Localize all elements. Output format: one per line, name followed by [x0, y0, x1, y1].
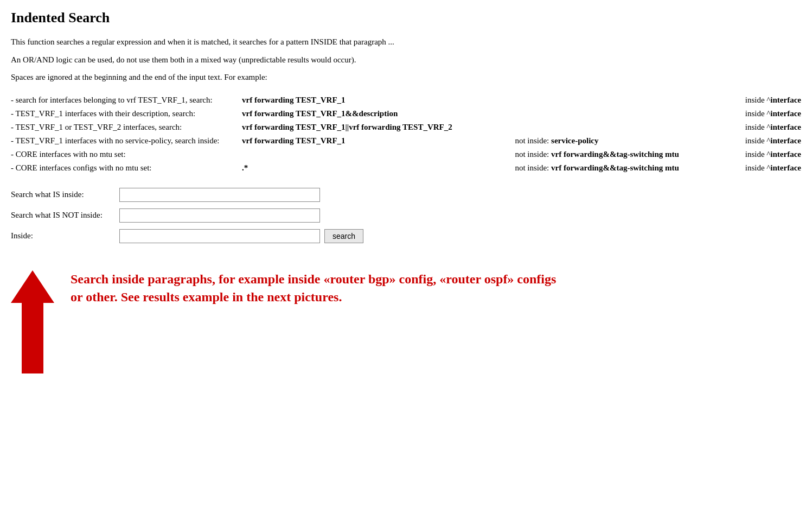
search-not-inside-input[interactable]	[119, 208, 320, 223]
description-1: This function searches a regular express…	[11, 36, 801, 48]
example-label: - TEST_VRF_1 interfaces with no service-…	[11, 134, 239, 148]
example-not-inside	[512, 121, 726, 134]
search-is-inside-row: Search what IS inside:	[11, 188, 801, 202]
bottom-section: Search inside paragraphs, for example in…	[11, 265, 801, 373]
example-search	[239, 148, 512, 161]
example-label: - CORE interfaces with no mtu set:	[11, 148, 239, 161]
example-inside: inside ^interface	[726, 134, 801, 148]
description-3: Spaces are ignored at the beginning and …	[11, 71, 801, 84]
example-inside: inside ^interface	[726, 107, 801, 121]
example-label: - search for interfaces belonging to vrf…	[11, 93, 239, 107]
example-inside: inside ^interface	[726, 161, 801, 175]
example-search: vrf forwarding TEST_VRF_1&&description	[239, 107, 512, 121]
arrow-up-container	[11, 265, 54, 373]
example-search: vrf forwarding TEST_VRF_1	[239, 134, 512, 148]
example-inside: inside ^interface	[726, 121, 801, 134]
table-row: - TEST_VRF_1 interfaces with no service-…	[11, 134, 801, 148]
example-label: - TEST_VRF_1 interfaces with their descr…	[11, 107, 239, 121]
example-label: - CORE interfaces configs with no mtu se…	[11, 161, 239, 175]
example-inside: inside ^interface	[726, 148, 801, 161]
example-not-inside	[512, 93, 726, 107]
form-section: Search what IS inside: Search what IS NO…	[11, 188, 801, 243]
table-row: - TEST_VRF_1 or TEST_VRF_2 interfaces, s…	[11, 121, 801, 134]
example-not-inside	[512, 107, 726, 121]
table-row: - TEST_VRF_1 interfaces with their descr…	[11, 107, 801, 121]
search-not-inside-row: Search what IS NOT inside:	[11, 208, 801, 223]
description-2: An OR/AND logic can be used, do not use …	[11, 54, 801, 66]
table-row: - CORE interfaces with no mtu set:not in…	[11, 148, 801, 161]
example-search: vrf forwarding TEST_VRF_1||vrf forwardin…	[239, 121, 512, 134]
inside-row: Inside: search	[11, 229, 801, 243]
arrow-up-icon	[11, 270, 54, 303]
examples-table: - search for interfaces belonging to vrf…	[11, 93, 801, 175]
search-not-inside-label: Search what IS NOT inside:	[11, 211, 119, 220]
inside-label: Inside:	[11, 231, 119, 240]
example-not-inside: not inside: service-policy	[512, 134, 726, 148]
example-search: vrf forwarding TEST_VRF_1	[239, 93, 512, 107]
example-inside: inside ^interface	[726, 93, 801, 107]
search-is-inside-label: Search what IS inside:	[11, 190, 119, 199]
example-search: .*	[239, 161, 512, 175]
page-title: Indented Search	[11, 10, 801, 26]
table-row: - CORE interfaces configs with no mtu se…	[11, 161, 801, 175]
search-button[interactable]: search	[324, 229, 363, 243]
search-is-inside-input[interactable]	[119, 188, 320, 202]
table-row: - search for interfaces belonging to vrf…	[11, 93, 801, 107]
arrow-shaft	[22, 303, 43, 373]
example-not-inside: not inside: vrf forwarding&&tag-switchin…	[512, 148, 726, 161]
bottom-text: Search inside paragraphs, for example in…	[71, 265, 559, 307]
example-not-inside: not inside: vrf forwarding&&tag-switchin…	[512, 161, 726, 175]
inside-input[interactable]	[119, 229, 320, 243]
example-label: - TEST_VRF_1 or TEST_VRF_2 interfaces, s…	[11, 121, 239, 134]
